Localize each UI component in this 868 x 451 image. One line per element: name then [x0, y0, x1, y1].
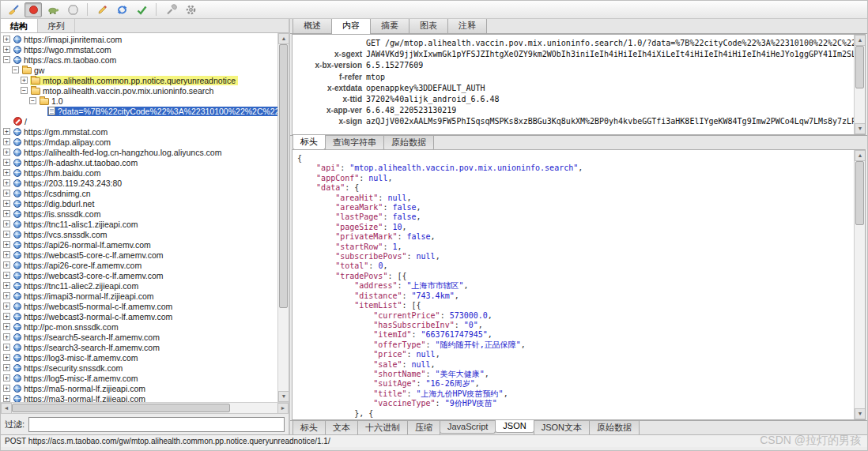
collapse-toggle[interactable]: − [3, 56, 10, 63]
scroll-track[interactable] [855, 161, 865, 408]
tree-item[interactable]: +https://gm.mmstat.com [1, 126, 277, 137]
tab-图表[interactable]: 图表 [409, 19, 448, 33]
expand-toggle[interactable]: + [3, 36, 10, 43]
tree-item[interactable]: +https://tnc11-aliec2.zijieapi.com [1, 280, 277, 291]
tab-内容[interactable]: 内容 [331, 19, 371, 34]
scroll-track[interactable] [278, 44, 289, 391]
response-scrollbar[interactable]: ▲ ▼ [854, 150, 865, 419]
scroll-thumb[interactable] [12, 404, 230, 412]
expand-toggle[interactable]: + [3, 231, 10, 238]
tree-item[interactable]: +https://api26-normal-lf.amemv.com [1, 239, 277, 250]
left-tab-序列[interactable]: 序列 [38, 19, 75, 32]
scroll-left-arrow[interactable]: ◄ [1, 403, 12, 414]
scroll-down-arrow[interactable]: ▼ [855, 408, 866, 419]
tree-item[interactable]: +https://imapi.jinritemai.com [1, 34, 277, 44]
expand-toggle[interactable]: + [3, 313, 10, 320]
tree-item[interactable]: +https://dig.bdurl.net [1, 198, 277, 209]
tab-标头[interactable]: 标头 [292, 421, 326, 434]
tree-item[interactable]: +https://webcast3-normal-c-lf.amemv.com [1, 311, 277, 321]
compose-button[interactable] [93, 2, 111, 17]
tree-item[interactable]: +https://tnc11-alisc1.zijieapi.com [1, 219, 277, 229]
filter-input[interactable] [28, 417, 285, 432]
tab-概述[interactable]: 概述 [292, 19, 332, 33]
expand-toggle[interactable]: + [3, 128, 10, 135]
scroll-track[interactable] [12, 403, 277, 413]
scroll-track[interactable] [855, 46, 865, 123]
tree-item[interactable]: +https://ma3-normal-lf.zijieapi.com [1, 393, 277, 402]
expand-toggle[interactable]: + [3, 159, 10, 166]
tab-十六进制[interactable]: 十六进制 [357, 421, 408, 434]
scroll-up-arrow[interactable]: ▲ [855, 35, 866, 46]
tree-item[interactable]: ?data=%7B%22cityCode%22%3A%22310100%22%2… [1, 106, 277, 116]
throttle-button[interactable] [44, 2, 62, 17]
expand-toggle[interactable]: + [3, 200, 10, 207]
validate-button[interactable] [133, 2, 150, 17]
scroll-thumb[interactable] [855, 161, 864, 225]
expand-toggle[interactable]: + [3, 292, 10, 299]
expand-toggle[interactable]: + [3, 169, 10, 176]
expand-toggle[interactable]: + [3, 364, 10, 371]
expand-toggle[interactable]: + [3, 210, 10, 217]
expand-toggle[interactable]: + [3, 190, 10, 197]
scroll-down-arrow[interactable]: ▼ [855, 123, 866, 134]
tree-item[interactable]: +https://wgo.mmstat.com [1, 44, 277, 54]
tree-item[interactable]: +mtop.alihealth.common.pp.notice.queryun… [1, 75, 277, 85]
tree-item[interactable]: +https://h-adashx.ut.taobao.com [1, 157, 277, 167]
tree-item[interactable]: +https://ma5-normal-lf.zijieapi.com [1, 383, 277, 393]
tree-item[interactable]: +https://is.snssdk.com [1, 209, 277, 219]
expand-toggle[interactable]: + [3, 241, 10, 248]
tree-item[interactable]: +https://log5-misc-lf.amemv.com [1, 373, 277, 383]
tree-item[interactable]: +https://search3-search-lf.amemv.com [1, 342, 277, 352]
tree-item[interactable]: +https://security.snssdk.com [1, 363, 277, 373]
tree-item[interactable]: +https://api26-core-lf.amemv.com [1, 260, 277, 270]
tree-item[interactable]: +https://search5-search-lf.amemv.com [1, 332, 277, 342]
breakpoints-button[interactable] [64, 2, 81, 17]
collapse-toggle[interactable]: − [12, 66, 19, 73]
tab-原始数据[interactable]: 原始数据 [589, 421, 640, 434]
scroll-down-arrow[interactable]: ▼ [278, 391, 289, 402]
tree-item[interactable]: +https://webcast5-normal-c-lf.amemv.com [1, 301, 277, 311]
scroll-up-arrow[interactable]: ▲ [855, 150, 866, 161]
tree-vertical-scrollbar[interactable]: ▲ ▼ [277, 33, 289, 402]
tools-button[interactable] [162, 2, 179, 17]
expand-toggle[interactable]: + [3, 220, 10, 227]
expand-toggle[interactable]: + [3, 272, 10, 279]
expand-toggle[interactable]: + [3, 179, 10, 186]
expand-toggle[interactable]: + [3, 282, 10, 289]
expand-toggle[interactable]: + [3, 261, 10, 269]
expand-toggle[interactable]: + [3, 354, 10, 361]
tree-item[interactable]: +https://vcs.snssdk.com [1, 229, 277, 239]
expand-toggle[interactable]: + [3, 46, 10, 53]
tree-item[interactable]: −1.0 [1, 96, 277, 106]
tab-摘要[interactable]: 摘要 [370, 19, 409, 33]
repeat-button[interactable] [113, 2, 130, 17]
tab-注释[interactable]: 注释 [447, 19, 487, 33]
tree-item[interactable]: −https://acs.m.taobao.com [1, 54, 277, 65]
request-scrollbar[interactable]: ▲ ▼ [854, 35, 865, 134]
record-button[interactable] [25, 2, 42, 17]
expand-toggle[interactable]: + [3, 374, 10, 381]
tree-item[interactable]: +https://log3-misc-lf.amemv.com [1, 352, 277, 363]
expand-toggle[interactable]: + [3, 395, 10, 402]
tree-item[interactable]: +http://pc-mon.snssdk.com [1, 321, 277, 332]
collapse-toggle[interactable]: − [29, 97, 36, 104]
expand-toggle[interactable]: + [3, 333, 10, 340]
expand-toggle[interactable]: + [3, 344, 10, 351]
expand-toggle[interactable]: + [3, 303, 10, 310]
tab-JSON[interactable]: JSON [495, 420, 534, 433]
tree-horizontal-scrollbar[interactable]: ◄ ► [1, 402, 289, 413]
expand-toggle[interactable]: + [3, 251, 10, 258]
expand-toggle[interactable]: + [3, 323, 10, 330]
expand-toggle[interactable]: + [21, 77, 28, 84]
tab-JSON文本[interactable]: JSON文本 [534, 421, 590, 434]
tab-标头[interactable]: 标头 [292, 135, 326, 150]
expand-toggle[interactable]: + [3, 148, 10, 156]
tree-item[interactable]: +https://alihealth-fed-log.cn-hangzhou.l… [1, 147, 277, 157]
left-tab-结构[interactable]: 结构 [1, 19, 38, 32]
tab-JavaScript[interactable]: JavaScript [440, 421, 496, 434]
tree-item[interactable]: +https://csdnimg.cn [1, 188, 277, 198]
tab-压缩[interactable]: 压缩 [407, 421, 440, 434]
expand-toggle[interactable]: + [3, 385, 10, 392]
scroll-thumb[interactable] [279, 44, 288, 308]
tree-item[interactable]: +https://webcast3-core-c-lf.amemv.com [1, 270, 277, 280]
